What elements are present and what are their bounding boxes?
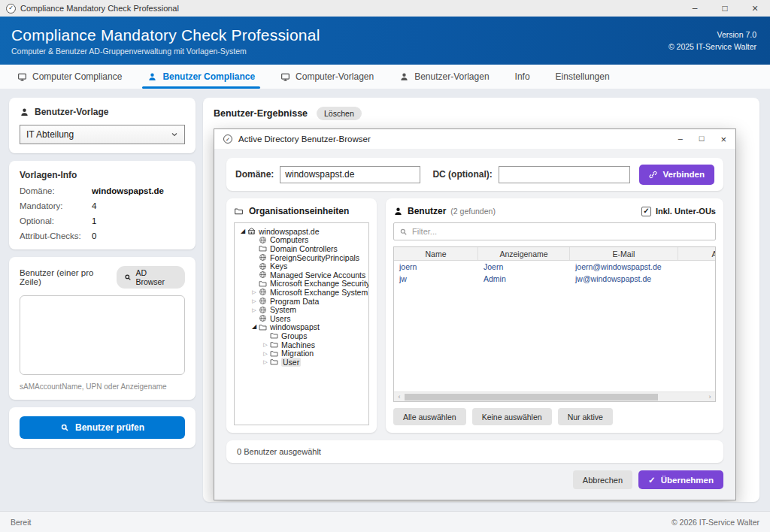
selection-status: 0 Benutzer ausgewählt [226, 440, 723, 463]
status-text: Bereit [11, 518, 31, 527]
tab-benutzer-vorlagen[interactable]: Benutzer-Vorlagen [387, 65, 502, 89]
folder-icon [259, 244, 267, 252]
dialog-minimize-icon[interactable]: – [678, 134, 683, 145]
users-table-header: Name Anzeigename E-Mail Abteilung [394, 247, 716, 261]
only-active-button[interactable]: Nur aktive [558, 408, 613, 425]
expander-expanded-icon[interactable]: ◢ [238, 228, 247, 234]
tab-info[interactable]: Info [502, 65, 543, 89]
tree-item-migration[interactable]: ▷ Migration [236, 349, 367, 358]
results-panel: Benutzer-Ergebnisse Löschen ✓ Active Dir… [203, 98, 759, 502]
tree-item-groups[interactable]: Groups [236, 331, 367, 340]
tree-item-managed-service-accounts[interactable]: Managed Service Accounts [236, 271, 367, 280]
tree-item-windowspapst-de[interactable]: ◢ windowspapst.de [236, 227, 367, 236]
scroll-left-icon[interactable]: ‹ [394, 393, 405, 401]
user-icon [393, 207, 403, 216]
connect-button[interactable]: Verbinden [639, 165, 714, 185]
select-none-button[interactable]: Keine auswählen [472, 408, 552, 425]
tab-computer-vorlagen[interactable]: Computer-Vorlagen [268, 65, 387, 89]
template-info-card: Vorlagen-Info Domäne: windowspapst.de Ma… [9, 161, 196, 249]
checkbox-checked-icon[interactable]: ✓ [641, 207, 651, 216]
tree-item-computers[interactable]: Computers [236, 236, 367, 245]
tree-item-machines[interactable]: ▷ Machines [236, 340, 367, 349]
container-icon [259, 253, 267, 261]
tab-benutzer-compliance[interactable]: Benutzer Compliance [135, 65, 268, 89]
table-row-jw[interactable]: jw Admin jw@windowspapst.de [394, 273, 716, 285]
check-button-card: Benutzer prüfen [9, 407, 196, 448]
users-textarea[interactable] [20, 295, 185, 375]
tree-item-ms-exchange-system-objects[interactable]: ▷ Microsoft Exchange System Objects [236, 288, 367, 297]
tree-item-system[interactable]: ▷ System [236, 305, 367, 314]
info-row-domain: Domäne: windowspapst.de [20, 186, 185, 195]
expander-collapsed-icon[interactable]: ▷ [250, 289, 259, 295]
template-select[interactable]: IT Abteilung [20, 125, 185, 144]
results-title: Benutzer-Ergebnisse [214, 108, 308, 119]
col-header-name[interactable]: Name [394, 247, 478, 260]
ou-panel: Organisationseinheiten ◢ windowspapst.de [226, 198, 377, 433]
tree-item-windowspapst[interactable]: ◢ windowspapst [236, 323, 367, 332]
check-icon: ✓ [648, 475, 656, 485]
cancel-button[interactable]: Abbrechen [573, 470, 632, 489]
tree-item-user[interactable]: ▷ User [236, 358, 367, 367]
domain-input[interactable] [280, 166, 420, 183]
clear-results-button[interactable]: Löschen [317, 107, 362, 120]
tree-item-foreignsecurityprincipals[interactable]: ForeignSecurityPrincipals [236, 253, 367, 262]
domain-label: Domäne: [235, 169, 274, 180]
tree-item-keys[interactable]: Keys [236, 261, 367, 271]
close-icon[interactable]: × [740, 0, 770, 17]
col-header-email[interactable]: E-Mail [570, 247, 678, 260]
tree-item-program-data[interactable]: ▷ Program Data [236, 297, 367, 306]
content-area: Benutzer-Vorlage IT Abteilung Vorlagen-I… [0, 89, 770, 511]
app-window: ✓ Compliance Mandatory Check Professiona… [0, 0, 770, 532]
window-controls: – □ × [680, 0, 770, 17]
tree-item-users[interactable]: Users [236, 314, 367, 323]
minimize-icon[interactable]: – [680, 0, 710, 17]
tab-einstellungen[interactable]: Einstellungen [543, 65, 623, 89]
expander-collapsed-icon[interactable]: ▷ [261, 342, 270, 347]
window-title: Compliance Mandatory Check Professional [20, 4, 179, 13]
filter-input[interactable] [412, 227, 710, 236]
container-icon [259, 288, 267, 296]
ou-tree: ◢ windowspapst.de Computers [234, 222, 369, 425]
expander-collapsed-icon[interactable]: ▷ [261, 351, 270, 356]
maximize-icon[interactable]: □ [710, 0, 740, 17]
info-row-mandatory: Mandatory: 4 [20, 201, 185, 210]
tree-item-domain-controllers[interactable]: Domain Controllers [236, 244, 367, 253]
expander-expanded-icon[interactable]: ◢ [250, 324, 259, 330]
select-all-button[interactable]: Alle auswählen [393, 408, 466, 425]
scrollbar-thumb[interactable] [405, 394, 658, 401]
info-row-attribut-checks: Attribut-Checks: 0 [20, 231, 185, 240]
folder-icon [270, 331, 278, 340]
tree-item-ms-exchange-security-groups[interactable]: Microsoft Exchange Security Groups [236, 280, 367, 289]
col-header-abteilung[interactable]: Abteilung [678, 247, 716, 260]
col-header-anzeigename[interactable]: Anzeigename [478, 247, 570, 260]
folder-icon [270, 358, 278, 366]
scroll-right-icon[interactable]: › [705, 393, 715, 401]
folder-icon [270, 340, 278, 349]
ad-browser-button[interactable]: AD Browser [117, 266, 185, 289]
status-bar: Bereit © 2026 IT-Service Walter [0, 511, 770, 532]
include-sub-ous-toggle[interactable]: ✓ Inkl. Unter-OUs [641, 207, 716, 216]
tab-computer-compliance[interactable]: Computer Compliance [5, 65, 135, 89]
apply-button[interactable]: ✓ Übernehmen [638, 470, 723, 489]
app-check-icon: ✓ [6, 4, 16, 14]
table-row-joern[interactable]: joern Joern joern@windowspapst.de [394, 261, 716, 273]
dc-input[interactable] [499, 166, 631, 183]
dialog-close-icon[interactable]: × [720, 134, 726, 145]
folder-icon [259, 323, 267, 331]
template-card-title: Benutzer-Vorlage [35, 107, 108, 117]
expander-collapsed-icon[interactable]: ▷ [250, 298, 259, 304]
folder-icon [234, 207, 244, 216]
ou-panel-title: Organisationseinheiten [249, 206, 349, 216]
tab-bar: Computer Compliance Benutzer Compliance … [0, 65, 770, 89]
users-table: Name Anzeigename E-Mail Abteilung joern … [393, 246, 716, 402]
horizontal-scrollbar[interactable]: ‹ › [394, 391, 715, 401]
app-check-icon: ✓ [223, 135, 232, 144]
computer-icon [17, 72, 27, 82]
user-icon [20, 107, 29, 117]
dialog-maximize-icon[interactable]: □ [699, 134, 705, 145]
check-users-button[interactable]: Benutzer prüfen [20, 416, 185, 439]
container-icon [259, 306, 267, 314]
expander-collapsed-icon[interactable]: ▷ [261, 359, 270, 364]
expander-collapsed-icon[interactable]: ▷ [250, 307, 259, 313]
template-card: Benutzer-Vorlage IT Abteilung [9, 98, 196, 153]
